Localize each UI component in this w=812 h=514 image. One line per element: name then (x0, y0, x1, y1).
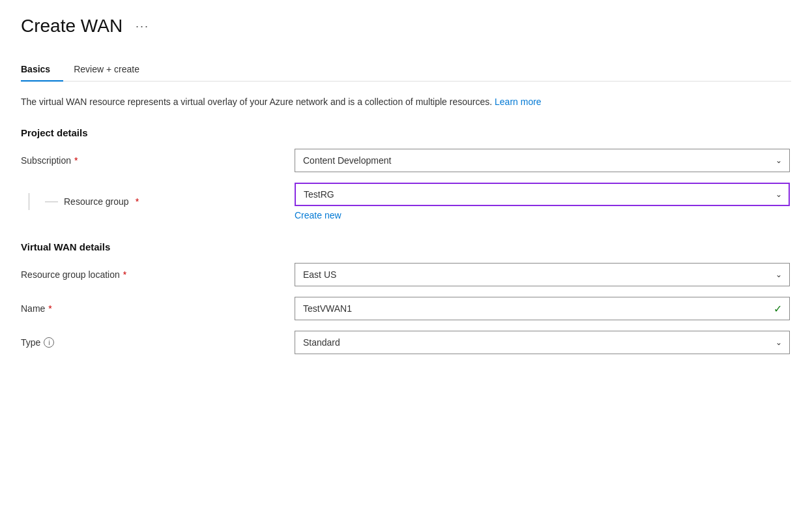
name-input[interactable] (295, 297, 790, 320)
project-details-title: Project details (21, 127, 791, 138)
tree-lines (21, 193, 42, 210)
subscription-control-wrapper: Content Development ⌄ (295, 149, 790, 172)
tree-vertical-line-bottom (29, 205, 29, 210)
create-new-link[interactable]: Create new (295, 210, 341, 220)
name-label: Name * (21, 303, 295, 314)
project-details-section: Project details Subscription * Content D… (21, 127, 791, 220)
type-select[interactable]: Standard Basic (295, 331, 790, 354)
name-input-wrapper: ✓ (295, 297, 790, 320)
resource-group-row: Resource group * TestRG ⌄ Create new (21, 183, 791, 220)
location-label: Resource group location * (21, 269, 295, 280)
subscription-label: Subscription * (21, 155, 295, 166)
name-required-star: * (48, 303, 51, 314)
name-control-wrapper: ✓ (295, 297, 790, 320)
virtual-wan-details-section: Virtual WAN details Resource group locat… (21, 241, 791, 354)
page-title: Create WAN (21, 16, 123, 37)
tab-basics[interactable]: Basics (21, 57, 63, 81)
type-label: Type i (21, 337, 295, 348)
tree-horizontal-row (21, 205, 42, 210)
resource-group-select[interactable]: TestRG (295, 183, 790, 206)
description-text: The virtual WAN resource represents a vi… (21, 95, 738, 109)
learn-more-link[interactable]: Learn more (495, 97, 542, 107)
ellipsis-menu-button[interactable]: ··· (130, 17, 154, 36)
virtual-wan-details-title: Virtual WAN details (21, 241, 791, 252)
location-control-wrapper: East US ⌄ (295, 263, 790, 286)
subscription-row: Subscription * Content Development ⌄ (21, 149, 791, 172)
tree-h-line (45, 202, 58, 202)
location-select-wrapper: East US ⌄ (295, 263, 790, 286)
resource-group-required-star: * (136, 196, 139, 207)
subscription-required-star: * (74, 155, 78, 166)
tab-review-create[interactable]: Review + create (74, 57, 152, 81)
subscription-select-wrapper: Content Development ⌄ (295, 149, 790, 172)
type-row: Type i Standard Basic ⌄ (21, 331, 791, 354)
resource-group-control-wrapper: TestRG ⌄ Create new (295, 183, 790, 220)
resource-group-select-wrapper: TestRG ⌄ (295, 183, 790, 206)
type-select-wrapper: Standard Basic ⌄ (295, 331, 790, 354)
resource-group-label-area: Resource group * (21, 193, 295, 210)
tab-bar: Basics Review + create (21, 57, 791, 82)
type-control-wrapper: Standard Basic ⌄ (295, 331, 790, 354)
location-row: Resource group location * East US ⌄ (21, 263, 791, 286)
tree-vertical-line (29, 193, 29, 205)
subscription-select[interactable]: Content Development (295, 149, 790, 172)
type-info-icon[interactable]: i (44, 337, 54, 348)
location-required-star: * (123, 269, 126, 280)
location-select[interactable]: East US (295, 263, 790, 286)
name-row: Name * ✓ (21, 297, 791, 320)
